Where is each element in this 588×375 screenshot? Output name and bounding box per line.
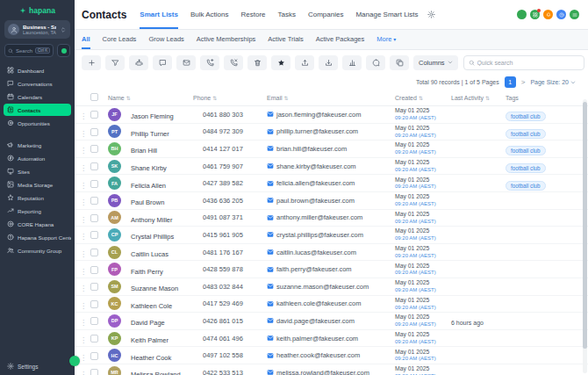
contact-email[interactable]: suzanne.mason@fakeuser.com — [267, 283, 395, 291]
star-button[interactable] — [271, 55, 290, 70]
row-checkbox[interactable] — [90, 145, 98, 153]
drag-handle-icon[interactable]: ⋮ — [80, 112, 87, 120]
contact-name[interactable]: Keith Palmer — [131, 336, 169, 344]
subtab-active-packages[interactable]: Active Packages — [316, 30, 364, 49]
row-checkbox[interactable] — [90, 352, 98, 360]
subtab-all[interactable]: All — [82, 30, 90, 49]
sidebar-item-core-hapana[interactable]: CORE Hapana — [4, 218, 71, 230]
contact-name[interactable]: Paul Brown — [131, 198, 164, 206]
subtab-core-leads[interactable]: Core Leads — [103, 30, 137, 49]
contact-name[interactable]: Phillip Turner — [131, 130, 169, 138]
bell-button[interactable] — [543, 10, 553, 19]
drag-handle-icon[interactable]: ⋮ — [80, 371, 87, 375]
upload-button[interactable] — [295, 55, 314, 70]
row-checkbox[interactable] — [90, 128, 98, 136]
contact-email[interactable]: crystal.phillips@fakeuser.com — [267, 231, 395, 239]
subtab-active-trials[interactable]: Active Trials — [268, 30, 303, 49]
drag-handle-icon[interactable]: ⋮ — [80, 182, 87, 190]
drag-handle-icon[interactable]: ⋮ — [80, 302, 87, 310]
subtab-more[interactable]: More▾ — [376, 30, 396, 49]
copy-button[interactable] — [390, 55, 409, 70]
contact-email[interactable]: faith.perry@fakeuser.com — [267, 265, 395, 273]
contact-phone[interactable]: M6.62 10.79a15 15 0 0 0 6.59 6.59l2.2-2.… — [193, 265, 267, 273]
drag-handle-icon[interactable]: ⋮ — [80, 268, 87, 276]
contact-phone[interactable]: M6.62 10.79a15 15 0 0 0 6.59 6.59l2.2-2.… — [193, 127, 267, 135]
row-checkbox[interactable] — [90, 283, 98, 291]
contact-phone[interactable]: M6.62 10.79a15 15 0 0 0 6.59 6.59l2.2-2.… — [193, 213, 267, 221]
contact-phone[interactable]: M6.62 10.79a15 15 0 0 0 6.59 6.59l2.2-2.… — [193, 197, 267, 205]
scrollbar-thumb[interactable] — [583, 102, 587, 349]
contact-name[interactable]: David Page — [131, 319, 165, 327]
sidebar-item-community-group[interactable]: Community Group — [4, 244, 71, 256]
contact-email[interactable]: anthony.miller@fakeuser.com — [267, 213, 395, 221]
contact-email[interactable]: brian.hill@fakeuser.com — [267, 145, 395, 153]
tab-manage-smart-lists[interactable]: Manage Smart Lists — [355, 0, 418, 29]
column-header-phone[interactable]: Phone ⇅ — [193, 95, 267, 101]
column-header-tags[interactable]: Tags — [506, 95, 579, 101]
contact-email[interactable]: caitlin.lucas@fakeuser.com — [267, 249, 395, 256]
contact-name[interactable]: Suzanne Mason — [131, 285, 178, 292]
account-switcher[interactable]: Business - Sandbox Launceston, TAS — [4, 20, 70, 39]
tab-bulk-actions[interactable]: Bulk Actions — [190, 0, 229, 29]
column-header-email[interactable]: Email ⇅ — [267, 95, 395, 101]
contact-name[interactable]: Anthony Miller — [131, 216, 173, 224]
phone-solid-button[interactable]: M6.62 10.79a15 15 0 0 0 6.59 6.59l2.2-2.… — [517, 10, 527, 19]
column-header-name[interactable]: Name ⇅ — [108, 95, 193, 101]
contact-email[interactable]: david.page@fakeuser.com — [267, 317, 395, 325]
contact-name[interactable]: Crystal Phillips — [131, 233, 174, 241]
message-button[interactable] — [153, 55, 172, 70]
contact-phone[interactable]: M6.62 10.79a15 15 0 0 0 6.59 6.59l2.2-2.… — [193, 111, 267, 119]
tabs-settings-gear-icon[interactable] — [427, 11, 435, 18]
drag-handle-icon[interactable]: ⋮ — [80, 198, 87, 206]
subtab-grow-leads[interactable]: Grow Leads — [148, 30, 183, 49]
contact-name[interactable]: Jason Fleming — [131, 112, 174, 120]
sidebar-item-reputation[interactable]: Reputation — [4, 191, 71, 204]
drag-handle-icon[interactable]: ⋮ — [80, 147, 87, 155]
contact-phone[interactable]: M6.62 10.79a15 15 0 0 0 6.59 6.59l2.2-2.… — [193, 335, 267, 343]
column-header-last[interactable]: Last Activity ⇅ — [451, 95, 506, 101]
row-checkbox[interactable] — [90, 300, 98, 308]
contact-name[interactable]: Felicia Allen — [131, 182, 166, 190]
sidebar-item-settings[interactable]: Settings — [0, 357, 75, 375]
chart-button[interactable] — [342, 55, 362, 70]
drag-handle-icon[interactable]: ⋮ — [80, 319, 87, 327]
tab-tasks[interactable]: Tasks — [278, 0, 296, 29]
sidebar-item-sites[interactable]: Sites — [4, 165, 71, 177]
apps-button[interactable] — [530, 10, 540, 19]
page-number-button[interactable]: 1 — [505, 76, 516, 88]
drag-handle-icon[interactable]: ⋮ — [80, 336, 87, 344]
row-checkbox[interactable] — [90, 162, 98, 170]
sidebar-item-contacts[interactable]: Contacts — [4, 104, 71, 116]
sidebar-item-calendars[interactable]: Calendars — [4, 90, 71, 103]
drag-handle-icon[interactable]: ⋮ — [80, 233, 87, 241]
contact-name[interactable]: Melissa Rowland — [131, 371, 181, 375]
drag-handle-icon[interactable]: ⋮ — [80, 354, 87, 362]
help-circle-button[interactable] — [556, 10, 566, 19]
row-checkbox[interactable] — [90, 249, 98, 256]
contact-name[interactable]: Caitlin Lucas — [131, 250, 169, 258]
contact-email[interactable]: heather.cook@fakeuser.com — [267, 351, 395, 359]
row-checkbox[interactable] — [90, 369, 98, 375]
contact-phone[interactable]: M6.62 10.79a15 15 0 0 0 6.59 6.59l2.2-2.… — [193, 299, 267, 307]
contact-name[interactable]: Faith Perry — [131, 268, 163, 276]
contact-phone[interactable]: M6.62 10.79a15 15 0 0 0 6.59 6.59l2.2-2.… — [193, 145, 267, 153]
contact-phone[interactable]: M6.62 10.79a15 15 0 0 0 6.59 6.59l2.2-2.… — [193, 179, 267, 187]
phone-x-button[interactable] — [224, 55, 243, 70]
contact-phone[interactable]: M6.62 10.79a15 15 0 0 0 6.59 6.59l2.2-2.… — [193, 351, 267, 359]
columns-dropdown[interactable]: Columns — [413, 55, 458, 70]
sidebar-item-marketing[interactable]: Marketing — [4, 139, 71, 151]
contact-phone[interactable]: M6.62 10.79a15 15 0 0 0 6.59 6.59l2.2-2.… — [193, 283, 267, 291]
quick-search-input[interactable] — [477, 60, 579, 66]
sidebar-item-dashboard[interactable]: Dashboard — [4, 64, 71, 76]
row-checkbox[interactable] — [90, 231, 98, 239]
sidebar-collapse-bubble[interactable] — [69, 356, 80, 366]
row-checkbox[interactable] — [90, 180, 98, 188]
contact-phone[interactable]: M6.62 10.79a15 15 0 0 0 6.59 6.59l2.2-2.… — [193, 249, 267, 256]
row-checkbox[interactable] — [90, 335, 98, 343]
mail-button[interactable] — [176, 55, 196, 70]
column-header-created[interactable]: Created ⇅ — [395, 95, 451, 101]
next-page-button[interactable]: > — [521, 78, 526, 86]
menu-button[interactable] — [570, 10, 579, 19]
drag-handle-icon[interactable]: ⋮ — [80, 250, 87, 258]
download-button[interactable] — [319, 55, 338, 70]
